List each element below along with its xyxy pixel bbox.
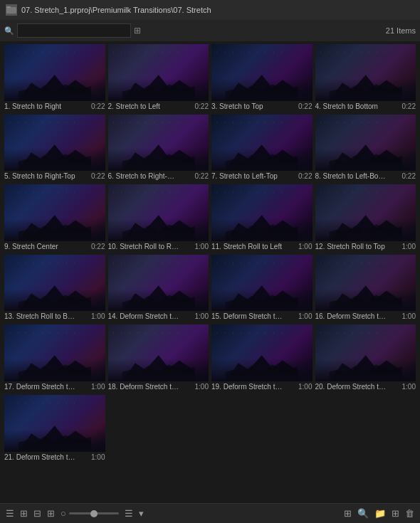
icon-new-item[interactable]: ⊞ bbox=[392, 508, 399, 519]
titlebar: 07. Stretch_1.prproj\Premiumilk Transiti… bbox=[0, 0, 420, 20]
grid-item[interactable]: 20. Deform Stretch to ... 1:00 bbox=[315, 324, 416, 392]
item-label: 1. Stretch to Right 0:22 bbox=[4, 101, 105, 112]
item-duration: 0:22 bbox=[298, 172, 312, 180]
thumbnail bbox=[108, 255, 209, 312]
thumbnail bbox=[4, 184, 105, 241]
item-duration: 0:22 bbox=[91, 172, 105, 180]
item-label: 21. Deform Stretch to... 1:00 bbox=[4, 452, 105, 463]
thumbnail bbox=[4, 44, 105, 101]
thumbnail bbox=[4, 115, 105, 171]
grid-item[interactable]: 5. Stretch to Right-Top 0:22 bbox=[4, 115, 105, 182]
item-label: 3. Stretch to Top 0:22 bbox=[211, 101, 313, 112]
grid-item[interactable]: 3. Stretch to Top 0:22 bbox=[211, 44, 313, 112]
icon-folder[interactable]: 📁 bbox=[374, 508, 386, 519]
grid-item[interactable]: 21. Deform Stretch to... 1:00 bbox=[4, 395, 105, 463]
grid-item[interactable]: 1. Stretch to Right 0:22 bbox=[4, 44, 105, 112]
item-name: 12. Stretch Roll to Top bbox=[315, 243, 385, 250]
item-name: 14. Deform Stretch to... bbox=[108, 312, 179, 320]
grid-item[interactable]: 19. Deform Stretch to ... 1:00 bbox=[211, 324, 313, 392]
svg-marker-21 bbox=[122, 224, 194, 241]
icon-freeform-view[interactable]: ⊟ bbox=[33, 508, 41, 519]
icon-sort[interactable]: ⊞ bbox=[47, 508, 55, 519]
svg-marker-16 bbox=[329, 145, 401, 171]
item-label: 12. Stretch Roll to Top 1:00 bbox=[315, 241, 416, 252]
grid-item[interactable]: 17. Deform Stretch to... 1:00 bbox=[4, 324, 105, 392]
item-label: 20. Deform Stretch to ... 1:00 bbox=[315, 381, 416, 392]
thumbnail bbox=[211, 184, 313, 241]
icon-list-view[interactable]: ☰ bbox=[6, 508, 14, 519]
item-name: 8. Stretch to Left-Bott... bbox=[315, 172, 387, 180]
item-name: 21. Deform Stretch to... bbox=[4, 453, 75, 461]
icon-view-options[interactable]: ⊞ bbox=[344, 508, 352, 519]
item-label: 15. Deform Stretch to ... 1:00 bbox=[211, 311, 313, 322]
item-duration: 1:00 bbox=[91, 453, 105, 461]
grid-item[interactable]: 6. Stretch to Right-Bot... 0:22 bbox=[108, 115, 209, 182]
thumbnail bbox=[108, 115, 209, 171]
item-name: 10. Stretch Roll to Right bbox=[108, 243, 179, 250]
svg-marker-10 bbox=[19, 145, 91, 171]
item-label: 13. Stretch Roll to Bot... 1:00 bbox=[4, 311, 105, 322]
icon-search2[interactable]: 🔍 bbox=[357, 508, 369, 519]
item-label: 14. Deform Stretch to... 1:00 bbox=[108, 311, 209, 322]
svg-marker-12 bbox=[122, 145, 194, 171]
grid-item[interactable]: 18. Deform Stretch to... 1:00 bbox=[108, 324, 209, 392]
svg-marker-9 bbox=[329, 84, 401, 100]
svg-marker-15 bbox=[226, 154, 298, 171]
search-input-wrap[interactable] bbox=[17, 23, 131, 38]
item-duration: 1:00 bbox=[402, 312, 416, 320]
search-input[interactable] bbox=[21, 26, 120, 35]
item-label: 17. Deform Stretch to... 1:00 bbox=[4, 381, 105, 392]
grid-item[interactable]: 16. Deform Stretch to ... 1:00 bbox=[315, 255, 416, 322]
grid-item[interactable]: 10. Stretch Roll to Right 1:00 bbox=[108, 184, 209, 252]
svg-marker-3 bbox=[19, 84, 91, 100]
items-count: 21 Items bbox=[386, 26, 416, 35]
grid-item[interactable]: 12. Stretch Roll to Top 1:00 bbox=[315, 184, 416, 252]
item-name: 6. Stretch to Right-Bot... bbox=[108, 172, 179, 180]
item-name: 7. Stretch to Left-Top bbox=[211, 172, 278, 180]
item-name: 3. Stretch to Top bbox=[211, 102, 263, 110]
grid-item[interactable]: 13. Stretch Roll to Bot... 1:00 bbox=[4, 255, 105, 322]
icon-dropdown[interactable]: ▾ bbox=[139, 508, 144, 519]
item-duration: 1:00 bbox=[91, 383, 105, 391]
item-duration: 0:22 bbox=[91, 243, 105, 250]
grid-item[interactable]: 7. Stretch to Left-Top 0:22 bbox=[211, 115, 313, 182]
filter-icon[interactable]: ⊞ bbox=[134, 26, 141, 36]
item-label: 7. Stretch to Left-Top 0:22 bbox=[211, 171, 313, 181]
grid-item[interactable]: 2. Stretch to Left 0:22 bbox=[108, 44, 209, 112]
grid-item[interactable]: 11. Stretch Roll to Left 1:00 bbox=[211, 184, 313, 252]
svg-marker-33 bbox=[329, 295, 401, 311]
grid-item[interactable]: 14. Deform Stretch to... 1:00 bbox=[108, 255, 209, 322]
zoom-slider[interactable] bbox=[69, 512, 119, 514]
bottom-toolbar: ☰ ⊞ ⊟ ⊞ ○ ☰ ▾ ⊞ 🔍 📁 ⊞ 🗑 bbox=[0, 503, 420, 523]
thumbnail bbox=[108, 184, 209, 241]
item-duration: 0:22 bbox=[195, 172, 209, 180]
item-name: 20. Deform Stretch to ... bbox=[315, 383, 387, 391]
svg-marker-24 bbox=[329, 215, 401, 241]
svg-marker-41 bbox=[329, 365, 401, 381]
item-name: 1. Stretch to Right bbox=[4, 102, 61, 110]
icon-menu[interactable]: ☰ bbox=[125, 508, 133, 519]
item-duration: 1:00 bbox=[91, 312, 105, 320]
grid-item[interactable]: 8. Stretch to Left-Bott... 0:22 bbox=[315, 115, 416, 182]
svg-marker-27 bbox=[19, 295, 91, 311]
svg-marker-28 bbox=[122, 285, 194, 311]
item-label: 8. Stretch to Left-Bott... 0:22 bbox=[315, 171, 416, 181]
grid-item[interactable]: 4. Stretch to Bottom 0:22 bbox=[315, 44, 416, 112]
svg-marker-4 bbox=[122, 75, 194, 100]
svg-marker-11 bbox=[19, 154, 91, 171]
item-label: 18. Deform Stretch to... 1:00 bbox=[108, 381, 209, 392]
svg-rect-1 bbox=[6, 6, 11, 8]
item-name: 2. Stretch to Left bbox=[108, 102, 160, 110]
svg-rect-0 bbox=[6, 7, 16, 14]
grid-item[interactable]: 15. Deform Stretch to ... 1:00 bbox=[211, 255, 313, 322]
svg-marker-13 bbox=[122, 154, 194, 171]
icon-grid-view[interactable]: ⊞ bbox=[20, 508, 28, 519]
item-name: 19. Deform Stretch to ... bbox=[211, 383, 283, 391]
icon-trash[interactable]: 🗑 bbox=[405, 508, 414, 519]
svg-marker-30 bbox=[226, 285, 298, 311]
svg-marker-25 bbox=[329, 224, 401, 241]
grid-item[interactable]: 9. Stretch Center 0:22 bbox=[4, 184, 105, 252]
item-label: 5. Stretch to Right-Top 0:22 bbox=[4, 171, 105, 181]
titlebar-path: 07. Stretch_1.prproj\Premiumilk Transiti… bbox=[21, 6, 211, 14]
item-duration: 1:00 bbox=[298, 243, 312, 250]
